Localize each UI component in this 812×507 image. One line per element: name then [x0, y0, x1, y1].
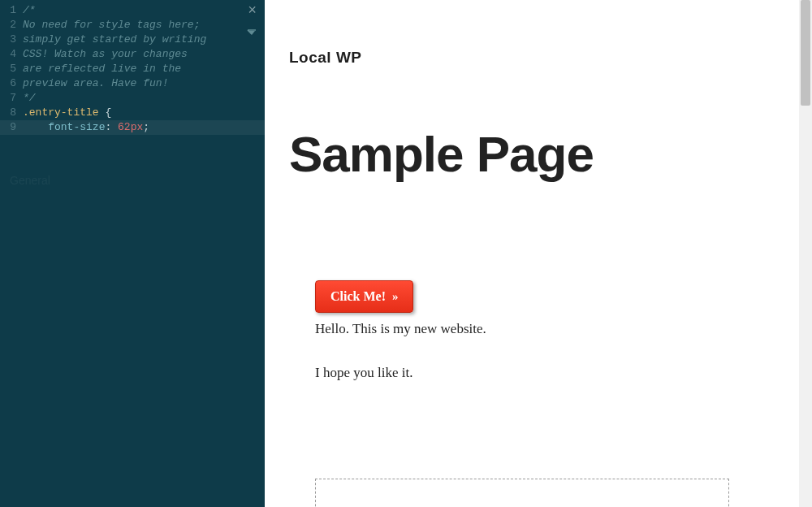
live-preview: Local WP Sample Page Click Me! » Hello. …	[265, 0, 812, 507]
cta-button[interactable]: Click Me! »	[315, 280, 413, 313]
line-number: 9	[0, 120, 23, 135]
entry-content: Click Me! » Hello. This is my new websit…	[315, 280, 788, 381]
code-line[interactable]: 6preview area. Have fun!	[0, 76, 265, 91]
line-number: 7	[0, 91, 23, 106]
line-number: 2	[0, 18, 23, 32]
chevron-right-double-icon: »	[392, 291, 399, 303]
code-text[interactable]: */	[23, 91, 265, 106]
scrollbar-thumb[interactable]	[801, 0, 810, 106]
code-line[interactable]: 7*/	[0, 91, 265, 106]
code-text[interactable]: font-size: 62px;	[23, 120, 265, 135]
content-block-placeholder[interactable]	[315, 479, 729, 507]
css-editor-panel: × 1/*2No need for style tags here;3simpl…	[0, 0, 265, 507]
code-editor[interactable]: 1/*2No need for style tags here;3simply …	[0, 0, 265, 135]
code-line[interactable]: 4CSS! Watch as your changes	[0, 47, 265, 62]
line-number: 3	[0, 32, 23, 47]
close-icon[interactable]: ×	[248, 3, 257, 18]
code-line[interactable]: 1/*	[0, 3, 265, 18]
paragraph: I hope you like it.	[315, 365, 788, 381]
code-text[interactable]: preview area. Have fun!	[23, 76, 265, 91]
line-number: 5	[0, 62, 23, 76]
cta-button-label: Click Me!	[330, 289, 386, 304]
collapse-icon[interactable]	[247, 28, 257, 37]
code-line[interactable]: 9 font-size: 62px;	[0, 120, 265, 135]
code-line[interactable]: 3simply get started by writing	[0, 32, 265, 47]
line-number: 1	[0, 3, 23, 18]
entry-title: Sample Page	[289, 125, 788, 183]
scrollbar[interactable]	[799, 0, 812, 507]
code-line[interactable]: 2No need for style tags here;	[0, 18, 265, 32]
line-number: 4	[0, 47, 23, 62]
paragraph: Hello. This is my new website.	[315, 321, 788, 337]
code-text[interactable]: simply get started by writing	[23, 32, 265, 47]
code-text[interactable]: No need for style tags here;	[23, 18, 265, 32]
code-text[interactable]: /*	[23, 3, 265, 18]
code-text[interactable]: CSS! Watch as your changes	[23, 47, 265, 62]
line-number: 8	[0, 106, 23, 120]
site-title[interactable]: Local WP	[289, 49, 788, 67]
code-text[interactable]: are reflected live in the	[23, 62, 265, 76]
ghost-label: General	[10, 174, 232, 187]
code-line[interactable]: 5are reflected live in the	[0, 62, 265, 76]
code-line[interactable]: 8.entry-title {	[0, 106, 265, 120]
code-text[interactable]: .entry-title {	[23, 106, 265, 120]
line-number: 6	[0, 76, 23, 91]
